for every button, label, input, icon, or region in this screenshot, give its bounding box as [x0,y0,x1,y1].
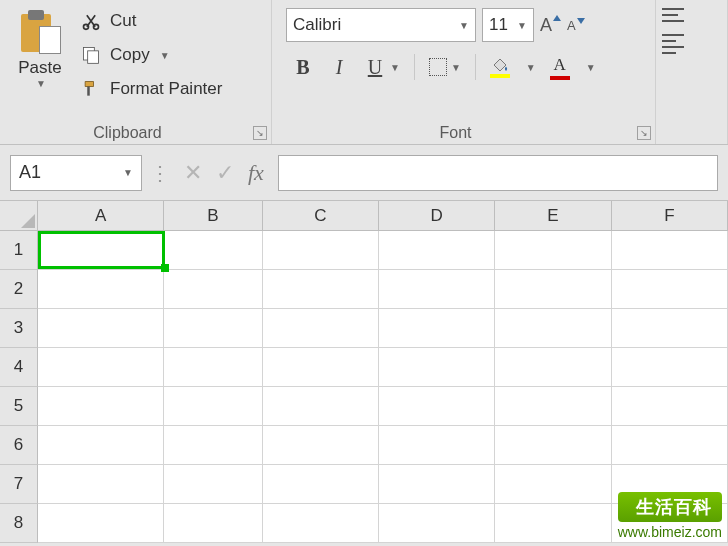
paste-dropdown-icon[interactable]: ▼ [36,78,46,89]
cell[interactable] [379,231,495,270]
cell[interactable] [263,504,379,543]
align-left-button[interactable] [662,34,684,54]
row-header[interactable]: 2 [0,270,38,309]
row-header[interactable]: 3 [0,309,38,348]
cell[interactable] [38,270,164,309]
font-color-swatch [550,76,570,80]
cell[interactable] [263,426,379,465]
separator [475,54,476,80]
cell[interactable] [495,465,611,504]
cell[interactable] [263,387,379,426]
copy-button[interactable]: Copy ▼ [80,44,222,66]
cell[interactable] [38,387,164,426]
fill-handle[interactable] [161,264,169,272]
column-header[interactable]: D [379,201,495,231]
row-header[interactable]: 8 [0,504,38,543]
cell[interactable] [164,426,263,465]
separator-icon: ⋮ [150,161,170,185]
cell[interactable] [495,348,611,387]
cell[interactable] [379,348,495,387]
column-header[interactable]: A [38,201,164,231]
ribbon: Paste ▼ Cut Copy ▼ Format Pain [0,0,728,145]
chevron-down-icon: ▼ [123,167,133,178]
cell[interactable] [164,270,263,309]
fill-color-button[interactable] [490,57,510,78]
shrink-font-button[interactable]: A [567,18,585,33]
cell[interactable] [164,465,263,504]
font-dialog-launcher-icon[interactable]: ↘ [637,126,651,140]
cut-button[interactable]: Cut [80,10,222,32]
cell[interactable] [612,348,728,387]
cell[interactable] [38,465,164,504]
cell[interactable] [379,309,495,348]
font-name-combobox[interactable]: Calibri ▼ [286,8,476,42]
font-size-combobox[interactable]: 11 ▼ [482,8,534,42]
column-header[interactable]: F [612,201,728,231]
paste-button[interactable]: Paste ▼ [6,4,74,122]
cell[interactable] [379,426,495,465]
separator [414,54,415,80]
cell[interactable] [164,309,263,348]
underline-button[interactable]: U ▼ [364,56,400,79]
cell[interactable] [38,426,164,465]
cell[interactable] [495,387,611,426]
column-header[interactable]: C [263,201,379,231]
cell[interactable] [263,309,379,348]
insert-function-button[interactable]: fx [248,160,264,186]
cell[interactable] [612,387,728,426]
cell[interactable] [38,309,164,348]
cell[interactable] [164,231,263,270]
row-header[interactable]: 7 [0,465,38,504]
cell[interactable] [495,270,611,309]
enter-formula-button[interactable]: ✓ [216,160,234,186]
font-size-value: 11 [489,15,508,35]
cell[interactable] [612,309,728,348]
cell[interactable] [38,504,164,543]
format-painter-button[interactable]: Format Painter [80,78,222,100]
cell[interactable] [379,465,495,504]
active-cell-indicator [38,231,165,269]
svg-point-0 [84,24,89,29]
copy-icon [80,44,102,66]
row-header[interactable]: 4 [0,348,38,387]
font-color-button[interactable]: A [550,55,570,80]
font-color-dropdown-icon[interactable]: ▼ [586,62,596,73]
row-header[interactable]: 6 [0,426,38,465]
cell[interactable] [495,426,611,465]
align-top-button[interactable] [662,8,684,22]
borders-button[interactable]: ▼ [429,58,461,76]
cell[interactable] [263,270,379,309]
cell[interactable] [612,426,728,465]
clipboard-group: Paste ▼ Cut Copy ▼ Format Pain [0,0,272,144]
cell[interactable] [612,231,728,270]
name-box[interactable]: A1 ▼ [10,155,142,191]
grow-font-button[interactable]: A [540,15,561,36]
clipboard-dialog-launcher-icon[interactable]: ↘ [253,126,267,140]
select-all-corner[interactable] [0,201,38,231]
cell[interactable] [495,504,611,543]
column-header[interactable]: E [495,201,611,231]
column-header[interactable]: B [164,201,263,231]
cell[interactable] [379,504,495,543]
row-header[interactable]: 5 [0,387,38,426]
cell[interactable] [379,387,495,426]
cell[interactable] [164,504,263,543]
cell[interactable] [263,231,379,270]
copy-dropdown-icon[interactable]: ▼ [160,50,170,61]
cell[interactable] [495,309,611,348]
cell[interactable] [495,231,611,270]
bold-button[interactable]: B [292,56,314,79]
row-header[interactable]: 1 [0,231,38,270]
formula-input[interactable] [278,155,718,191]
cell[interactable] [612,270,728,309]
svg-rect-3 [88,51,99,64]
cancel-formula-button[interactable]: ✕ [184,160,202,186]
cell[interactable] [263,465,379,504]
cell[interactable] [164,348,263,387]
cell[interactable] [38,348,164,387]
cell[interactable] [164,387,263,426]
cell[interactable] [379,270,495,309]
italic-button[interactable]: I [328,56,350,79]
cell[interactable] [263,348,379,387]
fill-color-dropdown-icon[interactable]: ▼ [526,62,536,73]
